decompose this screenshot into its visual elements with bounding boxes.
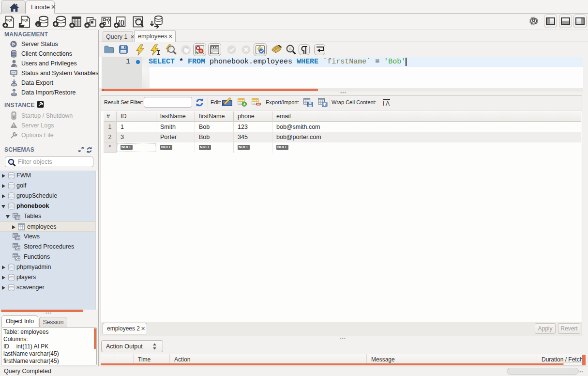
- svg-text:SQL: SQL: [22, 18, 30, 22]
- svg-text:A: A: [289, 47, 292, 51]
- svg-text:I: I: [383, 100, 384, 107]
- svg-text:i: i: [37, 21, 39, 27]
- svg-text:A: A: [386, 100, 390, 107]
- svg-text:SQL: SQL: [6, 18, 14, 22]
